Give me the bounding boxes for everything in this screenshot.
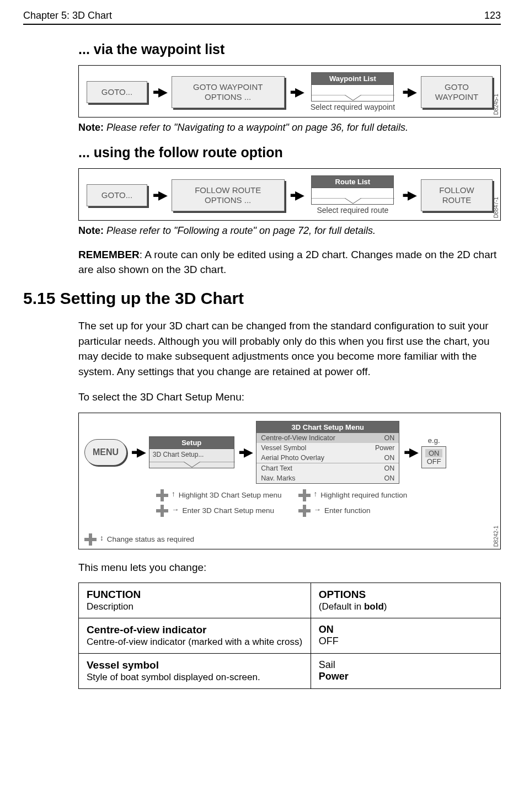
menu-button: MENU bbox=[84, 439, 127, 466]
dpad-icon bbox=[156, 489, 168, 501]
arrow-icon: ▪▪▶ bbox=[153, 188, 166, 202]
note-text: Please refer to "Following a route" on p… bbox=[106, 225, 376, 236]
remember-text: : A route can only be edited using a 2D … bbox=[78, 249, 496, 275]
table-hdr-options-sub: (Default in bold) bbox=[319, 601, 387, 612]
softkey-follow-route-options: FOLLOW ROUTE OPTIONS ... bbox=[172, 179, 285, 211]
example-box: ON OFF bbox=[421, 446, 447, 468]
section-para1: The set up for your 3D chart can be chan… bbox=[78, 318, 501, 379]
fn-centre-of-view: Centre-of-view indicator bbox=[87, 624, 206, 635]
arrow-icon: ▪▪▶ bbox=[402, 85, 415, 99]
waypoint-list-body bbox=[311, 85, 394, 101]
subsection-waypoint-list-title: ... via the waypoint list bbox=[78, 41, 501, 57]
table-hdr-options: OPTIONS bbox=[319, 589, 366, 600]
page-header: Chapter 5: 3D Chart 123 bbox=[23, 10, 501, 25]
arrow-icon: ▪▪▶ bbox=[131, 445, 145, 460]
waypoint-list-header: Waypoint List bbox=[311, 72, 394, 85]
opt-off: OFF bbox=[319, 635, 339, 647]
note-waypoint: Note: Please refer to "Navigating to a w… bbox=[78, 122, 501, 133]
arrow-icon: ▪▪▶ bbox=[290, 188, 303, 202]
menu-row: Nav. MarksON bbox=[256, 473, 399, 483]
page-number: 123 bbox=[484, 10, 501, 22]
route-list-header: Route List bbox=[311, 175, 394, 188]
arrow-icon: ▪▪▶ bbox=[153, 85, 166, 99]
figure-id: D8847-1 bbox=[493, 197, 499, 218]
hint-enter-function: Enter function bbox=[324, 506, 370, 515]
softkey-follow-route: FOLLOW ROUTE bbox=[421, 179, 493, 211]
opt-sail: Sail bbox=[319, 659, 335, 670]
softkey-goto-waypoint: GOTO WAYPOINT bbox=[421, 76, 493, 108]
softkey-goto: GOTO... bbox=[87, 81, 147, 103]
figure-id: D8242-1 bbox=[493, 526, 499, 547]
arrow-icon: ▪▪▶ bbox=[239, 445, 252, 460]
hint-enter-setup: Enter 3D Chart Setup menu bbox=[183, 506, 275, 515]
figure-id: D8245-1 bbox=[493, 94, 499, 115]
options-table: FUNCTION Description OPTIONS (Default in… bbox=[78, 583, 501, 689]
hint-highlight-setup: Highlight 3D Chart Setup menu bbox=[179, 491, 282, 499]
para-menu-lets-you-change: This menu lets you change: bbox=[78, 560, 501, 575]
menu-row: Aerial Photo OverlayON bbox=[256, 453, 399, 463]
arrow-icon: ▪▪▶ bbox=[290, 85, 303, 99]
opts-centre-of-view: ON OFF bbox=[311, 618, 500, 654]
setup-tab: Setup bbox=[149, 436, 234, 449]
menu-row: Centre-of-View IndicatorON bbox=[256, 433, 399, 443]
example-opt-off: OFF bbox=[427, 457, 441, 466]
chapter-title: Chapter 5: 3D Chart bbox=[23, 10, 112, 22]
right-arrow-icon: → bbox=[314, 505, 322, 514]
flow-follow-route: GOTO... ▪▪▶ FOLLOW ROUTE OPTIONS ... ▪▪▶… bbox=[78, 168, 501, 221]
softkey-goto: GOTO... bbox=[87, 184, 147, 206]
flow-waypoint-list: GOTO... ▪▪▶ GOTO WAYPOINT OPTIONS ... ▪▪… bbox=[78, 65, 501, 117]
dpad-icon bbox=[298, 505, 311, 517]
subsection-follow-route-title: ... using the follow route option bbox=[78, 145, 501, 161]
softkey-goto-waypoint-options: GOTO WAYPOINT OPTIONS ... bbox=[172, 76, 285, 108]
remember-label: REMEMBER bbox=[78, 249, 140, 260]
setup-item-label: 3D Chart Setup... bbox=[153, 451, 204, 458]
dpad-icon bbox=[84, 533, 97, 546]
flow-3d-chart-setup: MENU ▪▪▶ Setup 3D Chart Setup... ▪▪▶ 3D … bbox=[78, 413, 501, 549]
updown-arrow-icon: ↕ bbox=[100, 534, 104, 542]
dpad-icon bbox=[298, 489, 311, 501]
fn-centre-of-view-desc: Centre-of-view indicator (marked with a … bbox=[87, 637, 302, 647]
opts-vessel-symbol: Sail Power bbox=[311, 654, 500, 689]
opt-power: Power bbox=[319, 671, 349, 682]
remember-note: REMEMBER: A route can only be edited usi… bbox=[78, 248, 501, 277]
section-para2: To select the 3D Chart Setup Menu: bbox=[78, 389, 501, 405]
up-arrow-icon: ↑ bbox=[172, 490, 175, 498]
example-opt-on: ON bbox=[425, 449, 443, 457]
menu-row: Chart TextON bbox=[256, 463, 399, 473]
section-title: 5.15 Setting up the 3D Chart bbox=[23, 289, 501, 308]
table-hdr-function: FUNCTION bbox=[87, 589, 141, 600]
hint-change-status: Change status as required bbox=[107, 535, 194, 543]
note-route: Note: Please refer to "Following a route… bbox=[78, 225, 501, 237]
hint-highlight-function: Highlight required function bbox=[320, 491, 407, 499]
fn-vessel-symbol: Vessel symbol bbox=[87, 659, 159, 671]
setup-menu-card: 3D Chart Setup Menu Centre-of-View Indic… bbox=[256, 421, 399, 484]
table-hdr-function-sub: Description bbox=[87, 601, 133, 612]
waypoint-list-caption: Select required waypoint bbox=[311, 103, 395, 111]
setup-menu-title: 3D Chart Setup Menu bbox=[256, 421, 399, 433]
note-label: Note: bbox=[78, 122, 104, 133]
setup-item: 3D Chart Setup... bbox=[149, 449, 234, 468]
arrow-icon: ▪▪▶ bbox=[404, 445, 417, 460]
fn-vessel-symbol-desc: Style of boat symbol displayed on-screen… bbox=[87, 672, 260, 682]
route-list-caption: Select required route bbox=[317, 206, 388, 215]
arrow-icon: ▪▪▶ bbox=[402, 188, 415, 202]
dpad-icon bbox=[156, 505, 168, 517]
opt-on: ON bbox=[319, 624, 334, 635]
menu-row: Vessel SymbolPower bbox=[256, 443, 399, 453]
up-arrow-icon: ↑ bbox=[314, 490, 318, 498]
note-text: Please refer to "Navigating to a waypoin… bbox=[106, 122, 408, 133]
route-list-body bbox=[311, 188, 394, 205]
example-label: e.g. bbox=[428, 436, 440, 445]
right-arrow-icon: → bbox=[172, 505, 179, 514]
note-label: Note: bbox=[78, 225, 104, 236]
